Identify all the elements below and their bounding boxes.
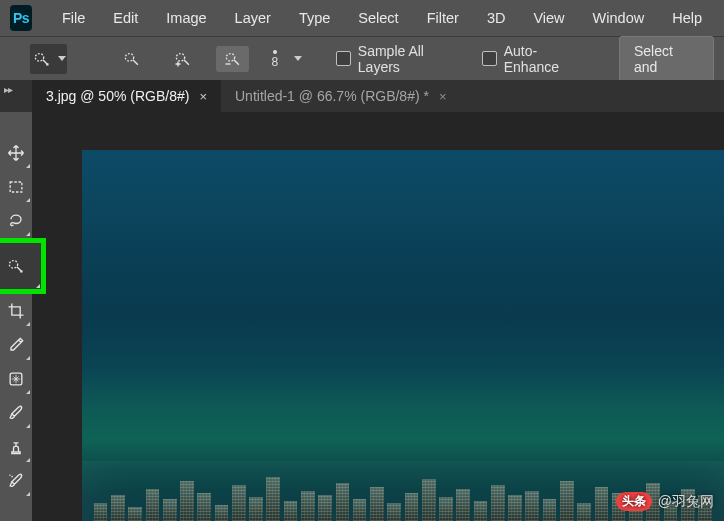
menu-type[interactable]: Type bbox=[287, 6, 342, 30]
rectangular-marquee-tool[interactable] bbox=[0, 170, 32, 204]
expand-panels-toggle[interactable]: ▸▸ bbox=[4, 84, 12, 95]
document-tab[interactable]: 3.jpg @ 50% (RGB/8#)× bbox=[32, 80, 221, 112]
svg-point-5 bbox=[9, 261, 17, 269]
brush-size-value: 8 bbox=[271, 56, 278, 68]
flyout-indicator-icon bbox=[26, 232, 30, 236]
checkbox-icon bbox=[336, 51, 351, 66]
canvas-area[interactable] bbox=[32, 112, 724, 521]
svg-point-1 bbox=[125, 53, 133, 61]
move-tool-icon bbox=[6, 143, 26, 163]
quick-selection-minus-icon bbox=[223, 49, 243, 69]
menu-select[interactable]: Select bbox=[346, 6, 410, 30]
checkbox-icon bbox=[482, 51, 497, 66]
brush-tool-icon bbox=[6, 403, 26, 423]
auto-enhance-label: Auto-Enhance bbox=[504, 43, 591, 75]
eyedropper-tool-icon bbox=[6, 335, 26, 355]
move-tool[interactable] bbox=[0, 136, 32, 170]
clone-stamp-tool[interactable] bbox=[0, 430, 32, 464]
svg-rect-4 bbox=[10, 182, 22, 192]
quick-selection-plus-icon bbox=[173, 49, 193, 69]
flyout-indicator-icon bbox=[26, 390, 30, 394]
lasso-tool-icon bbox=[6, 211, 26, 231]
watermark-badge: 头条 bbox=[616, 492, 652, 511]
menu-window[interactable]: Window bbox=[581, 6, 657, 30]
flyout-indicator-icon bbox=[26, 424, 30, 428]
options-bar: 8 Sample All Layers Auto-Enhance Select … bbox=[0, 36, 724, 80]
menu-bar: Ps FileEditImageLayerTypeSelectFilter3DV… bbox=[0, 0, 724, 36]
crop-tool-icon bbox=[6, 301, 26, 321]
tools-panel bbox=[0, 112, 32, 521]
sample-all-layers-label: Sample All Layers bbox=[358, 43, 468, 75]
new-selection-button[interactable] bbox=[113, 44, 150, 74]
sample-all-layers-option[interactable]: Sample All Layers bbox=[336, 43, 468, 75]
chevron-down-icon bbox=[58, 56, 66, 61]
menu-3d[interactable]: 3D bbox=[475, 6, 518, 30]
tool-preset-picker[interactable] bbox=[30, 44, 67, 74]
menu-view[interactable]: View bbox=[521, 6, 576, 30]
eyedropper-tool[interactable] bbox=[0, 328, 32, 362]
healing-brush-tool-icon bbox=[6, 369, 26, 389]
brush-preview-dot bbox=[273, 50, 277, 54]
close-icon[interactable]: × bbox=[439, 89, 447, 104]
rectangular-marquee-tool-icon bbox=[6, 177, 26, 197]
add-to-selection-button[interactable] bbox=[164, 44, 201, 74]
menu-filter[interactable]: Filter bbox=[415, 6, 471, 30]
watermark-handle: @羽兔网 bbox=[658, 493, 714, 511]
tab-label: 3.jpg @ 50% (RGB/8#) bbox=[46, 88, 189, 104]
crop-tool[interactable] bbox=[0, 294, 32, 328]
lasso-tool[interactable] bbox=[0, 204, 32, 238]
flyout-indicator-icon bbox=[26, 198, 30, 202]
quick-selection-tool-icon bbox=[6, 256, 26, 276]
flyout-indicator-icon bbox=[26, 322, 30, 326]
auto-enhance-option[interactable]: Auto-Enhance bbox=[482, 43, 591, 75]
document-canvas[interactable] bbox=[82, 150, 724, 521]
quick-selection-tool[interactable] bbox=[0, 242, 42, 290]
svg-point-0 bbox=[35, 53, 43, 61]
clone-stamp-tool-icon bbox=[6, 437, 26, 457]
document-tab-bar: 3.jpg @ 50% (RGB/8#)×Untitled-1 @ 66.7% … bbox=[0, 80, 724, 112]
menu-help[interactable]: Help bbox=[660, 6, 714, 30]
quick-selection-icon bbox=[32, 49, 52, 69]
menu-file[interactable]: File bbox=[50, 6, 97, 30]
history-brush-tool[interactable] bbox=[0, 464, 32, 498]
app-logo: Ps bbox=[10, 5, 32, 31]
tab-label: Untitled-1 @ 66.7% (RGB/8#) * bbox=[235, 88, 429, 104]
svg-point-3 bbox=[226, 53, 234, 61]
watermark: 头条 @羽兔网 bbox=[616, 492, 714, 511]
subtract-from-selection-button[interactable] bbox=[216, 46, 250, 72]
flyout-indicator-icon bbox=[36, 284, 40, 288]
work-area bbox=[0, 112, 724, 521]
history-brush-tool-icon bbox=[6, 471, 26, 491]
menu-layer[interactable]: Layer bbox=[223, 6, 283, 30]
healing-brush-tool[interactable] bbox=[0, 362, 32, 396]
select-and-mask-button[interactable]: Select and bbox=[619, 36, 714, 82]
svg-point-2 bbox=[177, 53, 185, 61]
brush-tool[interactable] bbox=[0, 396, 32, 430]
photoshop-window: Ps FileEditImageLayerTypeSelectFilter3DV… bbox=[0, 0, 724, 521]
chevron-down-icon[interactable] bbox=[294, 56, 302, 61]
flyout-indicator-icon bbox=[26, 356, 30, 360]
flyout-indicator-icon bbox=[26, 164, 30, 168]
menu-edit[interactable]: Edit bbox=[101, 6, 150, 30]
flyout-indicator-icon bbox=[26, 492, 30, 496]
close-icon[interactable]: × bbox=[199, 89, 207, 104]
quick-selection-add-icon bbox=[122, 49, 142, 69]
brush-size-picker[interactable]: 8 bbox=[271, 50, 278, 68]
flyout-indicator-icon bbox=[26, 458, 30, 462]
menu-image[interactable]: Image bbox=[154, 6, 218, 30]
document-tab[interactable]: Untitled-1 @ 66.7% (RGB/8#) *× bbox=[221, 80, 461, 112]
